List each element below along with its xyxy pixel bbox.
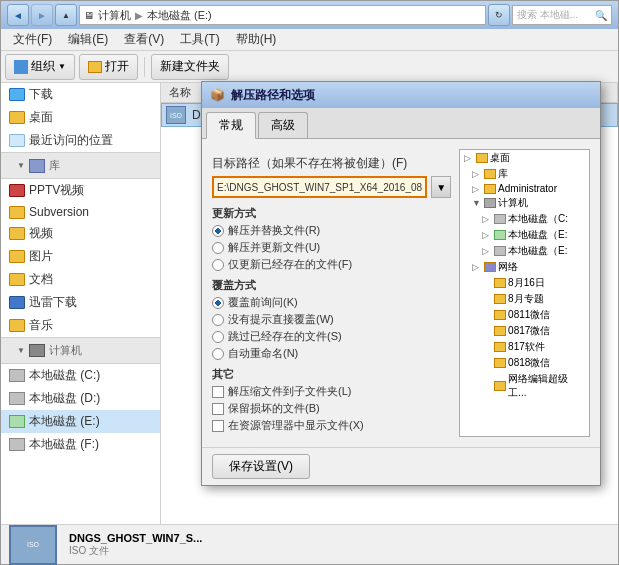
- refresh-button[interactable]: ↻: [488, 4, 510, 26]
- tree-icon-drive-e2: [494, 246, 506, 256]
- search-bar[interactable]: 搜索 本地磁... 🔍: [512, 5, 612, 25]
- toolbar-separator: [144, 57, 145, 77]
- status-file-info: DNGS_GHOST_WIN7_S... ISO 文件: [69, 532, 202, 558]
- menu-file[interactable]: 文件(F): [5, 29, 60, 50]
- sidebar-item-drive-d[interactable]: 本地磁盘 (D:): [1, 387, 160, 410]
- forward-button[interactable]: ►: [31, 4, 53, 26]
- sidebar-item-music[interactable]: 音乐: [1, 314, 160, 337]
- up-button[interactable]: ▲: [55, 4, 77, 26]
- dialog-title-text: 解压路径和选项: [231, 87, 315, 104]
- dialog-left-panel: 目标路径（如果不存在将被创建）(F) E:\DNGS_GHOST_WIN7_SP…: [212, 149, 451, 437]
- tree-label-drive-e2: 本地磁盘（E:: [508, 244, 567, 258]
- overwrite-radio-rename[interactable]: [212, 348, 224, 360]
- dialog-body: 目标路径（如果不存在将被创建）(F) E:\DNGS_GHOST_WIN7_SP…: [202, 139, 600, 447]
- tree-item-wechat0817[interactable]: 0817微信: [460, 323, 589, 339]
- menu-edit[interactable]: 编辑(E): [60, 29, 116, 50]
- update-label: 更新方式: [212, 206, 451, 221]
- overwrite-option-direct[interactable]: 没有提示直接覆盖(W): [212, 312, 451, 327]
- sidebar-item-drive-e[interactable]: 本地磁盘 (E:): [1, 410, 160, 433]
- target-path-dropdown[interactable]: ▼: [431, 176, 451, 198]
- update-option-existing[interactable]: 仅更新已经存在的文件(F): [212, 257, 451, 272]
- other-option-subfolder[interactable]: 解压缩文件到子文件夹(L): [212, 384, 451, 399]
- update-radio-replace[interactable]: [212, 225, 224, 237]
- tree-item-wechat0811[interactable]: 0811微信: [460, 307, 589, 323]
- update-option-update[interactable]: 解压并更新文件(U): [212, 240, 451, 255]
- organize-button[interactable]: 组织 ▼: [5, 54, 75, 80]
- sidebar-item-recent[interactable]: 最近访问的位置: [1, 129, 160, 152]
- update-radio-existing[interactable]: [212, 259, 224, 271]
- tree-icon-admin: [484, 184, 496, 194]
- tree-item-drive-e2[interactable]: ▷ 本地磁盘（E:: [460, 243, 589, 259]
- other-option-keep[interactable]: 保留损坏的文件(B): [212, 401, 451, 416]
- back-button[interactable]: ◄: [7, 4, 29, 26]
- tree-icon-wechat0817: [494, 326, 506, 336]
- target-path-input[interactable]: E:\DNGS_GHOST_WIN7_SP1_X64_2016_08: [212, 176, 427, 198]
- tree-item-web-editor[interactable]: 网络编辑超级工...: [460, 371, 589, 401]
- sidebar-item-docs[interactable]: 文档: [1, 268, 160, 291]
- menu-help[interactable]: 帮助(H): [228, 29, 285, 50]
- computer-label: 计算机: [49, 343, 82, 358]
- tree-item-aug-topic[interactable]: 8月专题: [460, 291, 589, 307]
- sidebar-item-pictures[interactable]: 图片: [1, 245, 160, 268]
- tree-item-library[interactable]: ▷ 库: [460, 166, 589, 182]
- sidebar-item-drive-f[interactable]: 本地磁盘 (F:): [1, 433, 160, 456]
- address-bar[interactable]: 🖥 计算机 ▶ 本地磁盘 (E:): [79, 5, 486, 25]
- tree-label-computer: 计算机: [498, 196, 528, 210]
- tree-item-admin[interactable]: ▷ Administrator: [460, 182, 589, 195]
- libraries-toggle[interactable]: ▼ 库: [9, 155, 152, 176]
- update-option-replace[interactable]: 解压并替换文件(R): [212, 223, 451, 238]
- sidebar-item-thunder[interactable]: 迅雷下载: [1, 291, 160, 314]
- menu-view[interactable]: 查看(V): [116, 29, 172, 50]
- other-explorer-label: 在资源管理器中显示文件(X): [228, 418, 364, 433]
- tree-item-network[interactable]: ▷ 网络: [460, 259, 589, 275]
- sidebar-item-video[interactable]: 视频: [1, 222, 160, 245]
- status-bar: ISO DNGS_GHOST_WIN7_S... ISO 文件: [1, 524, 618, 564]
- overwrite-radio-skip[interactable]: [212, 331, 224, 343]
- tree-item-aug16[interactable]: 8月16日: [460, 275, 589, 291]
- dialog-tree-panel: ▷ 桌面 ▷ 库 ▷ Administrator ▼ 计算机: [459, 149, 590, 437]
- update-replace-label: 解压并替换文件(R): [228, 223, 320, 238]
- other-keep-label: 保留损坏的文件(B): [228, 401, 320, 416]
- open-button[interactable]: 打开: [79, 54, 138, 80]
- overwrite-radio-direct[interactable]: [212, 314, 224, 326]
- tree-item-817software[interactable]: 817软件: [460, 339, 589, 355]
- sidebar-item-download[interactable]: 下载: [1, 83, 160, 106]
- other-check-subfolder[interactable]: [212, 386, 224, 398]
- sidebar-item-subversion[interactable]: Subversion: [1, 202, 160, 222]
- thunder-icon: [9, 296, 25, 309]
- desktop-folder-icon: [9, 111, 25, 124]
- other-check-explorer[interactable]: [212, 420, 224, 432]
- tree-icon-desktop: [476, 153, 488, 163]
- tree-label-drive-e1: 本地磁盘（E:: [508, 228, 567, 242]
- new-folder-button[interactable]: 新建文件夹: [151, 54, 229, 80]
- other-check-keep[interactable]: [212, 403, 224, 415]
- tree-item-computer[interactable]: ▼ 计算机: [460, 195, 589, 211]
- overwrite-option-rename[interactable]: 自动重命名(N): [212, 346, 451, 361]
- tree-icon-network: [484, 262, 496, 272]
- other-option-explorer[interactable]: 在资源管理器中显示文件(X): [212, 418, 451, 433]
- update-radio-update[interactable]: [212, 242, 224, 254]
- sidebar-pictures-label: 图片: [29, 248, 53, 265]
- dialog-tab-general[interactable]: 常规: [206, 112, 256, 139]
- dialog-save-button[interactable]: 保存设置(V): [212, 454, 310, 479]
- computer-icon: [29, 344, 45, 357]
- sidebar-item-desktop[interactable]: 桌面: [1, 106, 160, 129]
- tree-item-drive-c[interactable]: ▷ 本地磁盘（C:: [460, 211, 589, 227]
- dialog-tab-advanced[interactable]: 高级: [258, 112, 308, 138]
- menu-tools[interactable]: 工具(T): [172, 29, 227, 50]
- tree-item-desktop[interactable]: ▷ 桌面: [460, 150, 589, 166]
- tree-item-wechat0818[interactable]: 0818微信: [460, 355, 589, 371]
- overwrite-radio-ask[interactable]: [212, 297, 224, 309]
- address-icon: 🖥: [84, 10, 94, 21]
- tree-label-network: 网络: [498, 260, 518, 274]
- video-icon: [9, 227, 25, 240]
- overwrite-option-ask[interactable]: 覆盖前询问(K): [212, 295, 451, 310]
- recent-folder-icon: [9, 134, 25, 147]
- update-options: 解压并替换文件(R) 解压并更新文件(U) 仅更新已经存在的文件(F): [212, 223, 451, 272]
- overwrite-option-skip[interactable]: 跳过已经存在的文件(S): [212, 329, 451, 344]
- tree-item-drive-e1[interactable]: ▷ 本地磁盘（E:: [460, 227, 589, 243]
- sidebar-music-label: 音乐: [29, 317, 53, 334]
- sidebar-item-pptv[interactable]: PPTV视频: [1, 179, 160, 202]
- sidebar-item-drive-c[interactable]: 本地磁盘 (C:): [1, 364, 160, 387]
- computer-toggle[interactable]: ▼ 计算机: [9, 340, 152, 361]
